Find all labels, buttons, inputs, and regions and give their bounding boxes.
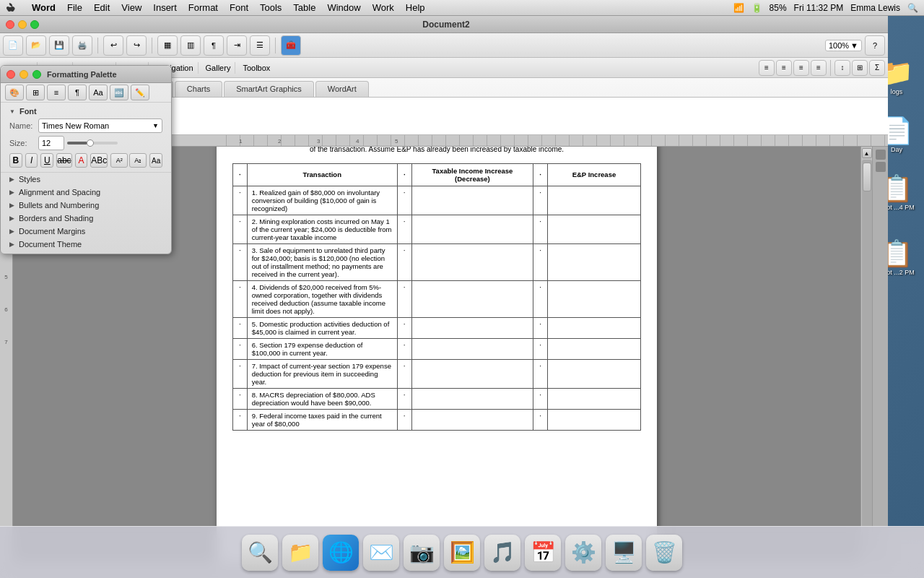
justify-btn[interactable]: ≡ — [811, 60, 827, 76]
tab-wordart[interactable]: WordArt — [315, 81, 369, 97]
indent-button[interactable]: ⇥ — [227, 35, 247, 56]
window-minimize-button[interactable] — [18, 20, 27, 29]
columns2-btn[interactable]: ⊞ — [852, 60, 868, 76]
battery-icon[interactable]: 🔋 — [751, 3, 762, 13]
palette-paint-6[interactable]: 🔤 — [110, 85, 128, 100]
font-name-input[interactable]: Times New Roman ▼ — [38, 118, 162, 133]
print-button[interactable]: 🖨️ — [72, 35, 92, 56]
paragraph-button[interactable]: ¶ — [204, 35, 224, 56]
scroll-thumb[interactable] — [863, 163, 871, 191]
row-taxable-0 — [411, 186, 533, 215]
dock-folder[interactable]: 📁 — [282, 535, 318, 571]
zoom-dropdown-icon[interactable]: ▼ — [850, 41, 858, 50]
font-size-input[interactable]: 12 — [38, 136, 64, 150]
tab-smartart[interactable]: SmartArt Graphics — [224, 81, 313, 97]
sum-btn[interactable]: Σ — [869, 60, 885, 76]
dock-system[interactable]: ⚙️ — [565, 535, 601, 571]
palette-paint-1[interactable]: 🎨 — [5, 85, 24, 100]
tab-charts[interactable]: Charts — [175, 81, 222, 97]
align-center-btn[interactable]: ≡ — [776, 60, 792, 76]
palette-minimize-btn[interactable] — [19, 70, 28, 79]
menubar-font[interactable]: Font — [224, 1, 254, 14]
menubar-file[interactable]: File — [61, 1, 88, 14]
dock-calendar[interactable]: 📅 — [525, 535, 561, 571]
vertical-scrollbar[interactable]: ▲ ▼ — [860, 147, 872, 562]
palette-zoom-btn[interactable] — [32, 70, 41, 79]
menubar-insert[interactable]: Insert — [147, 1, 183, 14]
sidebar-icon-1[interactable] — [876, 150, 886, 160]
dock-photo[interactable]: 📷 — [404, 535, 440, 571]
menubar-view[interactable]: View — [116, 1, 147, 14]
redo-button[interactable]: ↪ — [126, 35, 147, 56]
menubar-tools[interactable]: Tools — [254, 1, 287, 14]
dock-music[interactable]: 🎵 — [484, 535, 520, 571]
wifi-icon[interactable]: 📶 — [733, 3, 744, 13]
highlight-button[interactable]: ABc — [90, 153, 108, 168]
dock-trash[interactable]: 🗑️ — [646, 535, 682, 571]
zoom-control[interactable]: 100% ▼ — [825, 40, 862, 51]
underline-button[interactable]: U — [40, 153, 53, 168]
search-icon[interactable]: 🔍 — [907, 3, 918, 13]
apple-menu[interactable] — [6, 2, 17, 14]
bold-button[interactable]: B — [9, 153, 22, 168]
menubar-help[interactable]: Help — [400, 1, 431, 14]
subscript-button[interactable]: A₂ — [129, 153, 147, 168]
palette-alignment[interactable]: ▶ Alignment and Spacing — [1, 186, 171, 199]
italic-button[interactable]: I — [25, 153, 38, 168]
palette-paint-5[interactable]: Aa — [89, 85, 108, 100]
palette-bullets[interactable]: ▶ Bullets and Numbering — [1, 199, 171, 212]
font-name-dropdown-icon[interactable]: ▼ — [152, 122, 159, 129]
dock-browser[interactable]: 🌐 — [323, 535, 359, 571]
dock-finder[interactable]: 🔍 — [242, 535, 278, 571]
intro-line3: of the transaction. Assume E&P has alrea… — [232, 147, 641, 155]
sidebar-icon-2[interactable] — [876, 162, 886, 172]
menubar-word[interactable]: Word — [26, 1, 61, 14]
undo-button[interactable]: ↩ — [103, 35, 123, 56]
menubar-work[interactable]: Work — [367, 1, 400, 14]
palette-margins[interactable]: ▶ Document Margins — [1, 225, 171, 238]
open-button[interactable]: 📂 — [26, 35, 46, 56]
menubar-edit[interactable]: Edit — [88, 1, 116, 14]
font-size-slider[interactable] — [67, 142, 118, 144]
window-zoom-button[interactable] — [30, 20, 39, 29]
align-right-btn[interactable]: ≡ — [793, 60, 809, 76]
menubar-window[interactable]: Window — [321, 1, 366, 14]
palette-styles[interactable]: ▶ Styles — [1, 173, 171, 186]
font-color-button[interactable]: A — [75, 153, 88, 168]
palette-close-btn[interactable] — [6, 70, 15, 79]
table-button[interactable]: ▦ — [157, 35, 178, 56]
align-left-btn[interactable]: ≡ — [759, 60, 775, 76]
palette-paint-4[interactable]: ¶ — [68, 85, 87, 100]
palette-theme[interactable]: ▶ Document Theme — [1, 238, 171, 251]
scroll-track[interactable] — [862, 160, 872, 549]
palette-paint-3[interactable]: ≡ — [47, 85, 66, 100]
list-button[interactable]: ☰ — [250, 35, 270, 56]
palette-borders[interactable]: ▶ Borders and Shading — [1, 212, 171, 225]
dock-monitor[interactable]: 🖥️ — [606, 535, 642, 571]
row-transaction-3: 4. Dividends of $20,000 received from 5%… — [247, 280, 397, 317]
scroll-up-button[interactable]: ▲ — [862, 148, 872, 158]
window-close-button[interactable] — [6, 20, 14, 29]
styles-arrow-icon: ▶ — [9, 176, 14, 183]
aa-button[interactable]: Aa — [149, 153, 162, 168]
menubar-format[interactable]: Format — [183, 1, 224, 14]
columns-button[interactable]: ▥ — [180, 35, 201, 56]
toolbox-button[interactable]: 🧰 — [281, 35, 301, 56]
help-button[interactable]: ? — [865, 35, 885, 56]
font-style-row: B I U abc A ABc A² A₂ Aa — [6, 152, 165, 169]
palette-paint-7[interactable]: ✏️ — [131, 85, 149, 100]
save-button[interactable]: 💾 — [49, 35, 69, 56]
spacing-btn[interactable]: ↕ — [834, 60, 850, 76]
table-row: · 5. Domestic production activities dedu… — [233, 317, 641, 338]
new-button[interactable]: 📄 — [3, 35, 23, 56]
dock-image[interactable]: 🖼️ — [444, 535, 480, 571]
toolbox-label[interactable]: Toolbox — [238, 62, 274, 74]
gallery-label[interactable]: Gallery — [201, 62, 236, 74]
font-section-toggle[interactable]: Font — [6, 105, 165, 117]
superscript-button[interactable]: A² — [110, 153, 128, 168]
palette-paint-2[interactable]: ⊞ — [26, 85, 45, 100]
dock-mail[interactable]: ✉️ — [363, 535, 399, 571]
palette-menu: ▶ Styles ▶ Alignment and Spacing ▶ Bulle… — [1, 173, 171, 251]
strikethrough-button[interactable]: abc — [56, 153, 71, 168]
menubar-table[interactable]: Table — [287, 1, 321, 14]
